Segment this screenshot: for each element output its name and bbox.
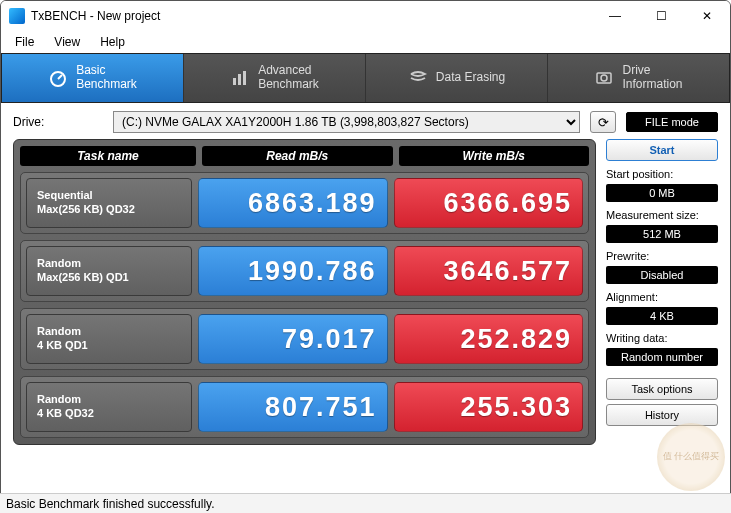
write-value: 6366.695 [394, 178, 584, 228]
close-button[interactable]: ✕ [684, 1, 730, 31]
task-name-1: Random [37, 393, 181, 407]
task-cell: Random 4 KB QD32 [26, 382, 192, 432]
task-name-2: Max(256 KB) QD32 [37, 203, 181, 217]
refresh-button[interactable]: ⟳ [590, 111, 616, 133]
maximize-button[interactable]: ☐ [638, 1, 684, 31]
erase-icon [408, 68, 428, 88]
task-name-2: 4 KB QD32 [37, 407, 181, 421]
disk-icon [594, 68, 614, 88]
task-name-1: Sequential [37, 189, 181, 203]
start-button[interactable]: Start [606, 139, 718, 161]
app-icon [9, 8, 25, 24]
svg-rect-3 [238, 74, 241, 85]
window-title: TxBENCH - New project [31, 9, 592, 23]
results-header: Task name Read mB/s Write mB/s [20, 146, 589, 166]
tab-label: Advanced Benchmark [258, 64, 319, 92]
task-cell: Random Max(256 KB) QD1 [26, 246, 192, 296]
refresh-icon: ⟳ [598, 115, 609, 130]
writing-data-label: Writing data: [606, 332, 718, 344]
tab-advanced-benchmark[interactable]: Advanced Benchmark [184, 54, 366, 102]
result-row: Sequential Max(256 KB) QD32 6863.189 636… [20, 172, 589, 234]
header-read: Read mB/s [202, 146, 393, 166]
alignment-value: 4 KB [606, 307, 718, 325]
tab-label: Data Erasing [436, 71, 505, 85]
alignment-label: Alignment: [606, 291, 718, 303]
menu-bar: File View Help [1, 31, 730, 53]
task-name-2: 4 KB QD1 [37, 339, 181, 353]
result-row: Random 4 KB QD1 79.017 252.829 [20, 308, 589, 370]
prewrite-label: Prewrite: [606, 250, 718, 262]
task-options-button[interactable]: Task options [606, 378, 718, 400]
header-write: Write mB/s [399, 146, 590, 166]
write-value: 3646.577 [394, 246, 584, 296]
svg-rect-2 [233, 78, 236, 85]
svg-rect-4 [243, 71, 246, 85]
result-row: Random Max(256 KB) QD1 1990.786 3646.577 [20, 240, 589, 302]
drive-row: Drive: (C:) NVMe GALAX XA1Y2000H 1.86 TB… [1, 103, 730, 139]
svg-point-6 [601, 75, 607, 81]
title-bar: TxBENCH - New project — ☐ ✕ [1, 1, 730, 31]
prewrite-value: Disabled [606, 266, 718, 284]
read-value: 1990.786 [198, 246, 388, 296]
task-name-2: Max(256 KB) QD1 [37, 271, 181, 285]
measurement-size-value: 512 MB [606, 225, 718, 243]
task-name-1: Random [37, 325, 181, 339]
read-value: 807.751 [198, 382, 388, 432]
read-value: 6863.189 [198, 178, 388, 228]
result-row: Random 4 KB QD32 807.751 255.303 [20, 376, 589, 438]
start-position-label: Start position: [606, 168, 718, 180]
write-value: 255.303 [394, 382, 584, 432]
read-value: 79.017 [198, 314, 388, 364]
write-value: 252.829 [394, 314, 584, 364]
results-panel: Task name Read mB/s Write mB/s Sequentia… [13, 139, 596, 445]
sidebar: Start Start position: 0 MB Measurement s… [606, 139, 718, 445]
writing-data-value: Random number [606, 348, 718, 366]
bars-icon [230, 68, 250, 88]
header-task: Task name [20, 146, 196, 166]
status-bar: Basic Benchmark finished successfully. [0, 493, 731, 513]
menu-help[interactable]: Help [90, 33, 135, 51]
minimize-button[interactable]: — [592, 1, 638, 31]
menu-view[interactable]: View [44, 33, 90, 51]
task-cell: Sequential Max(256 KB) QD32 [26, 178, 192, 228]
tab-label: Drive Information [622, 64, 682, 92]
tab-basic-benchmark[interactable]: Basic Benchmark [2, 54, 184, 102]
tab-drive-information[interactable]: Drive Information [548, 54, 729, 102]
gauge-icon [48, 68, 68, 88]
drive-select[interactable]: (C:) NVMe GALAX XA1Y2000H 1.86 TB (3,998… [113, 111, 580, 133]
svg-line-1 [58, 75, 62, 79]
tab-bar: Basic Benchmark Advanced Benchmark Data … [1, 53, 730, 103]
menu-file[interactable]: File [5, 33, 44, 51]
drive-label: Drive: [13, 115, 103, 129]
file-mode-button[interactable]: FILE mode [626, 112, 718, 132]
start-position-value: 0 MB [606, 184, 718, 202]
history-button[interactable]: History [606, 404, 718, 426]
tab-label: Basic Benchmark [76, 64, 137, 92]
task-name-1: Random [37, 257, 181, 271]
tab-data-erasing[interactable]: Data Erasing [366, 54, 548, 102]
measurement-size-label: Measurement size: [606, 209, 718, 221]
task-cell: Random 4 KB QD1 [26, 314, 192, 364]
